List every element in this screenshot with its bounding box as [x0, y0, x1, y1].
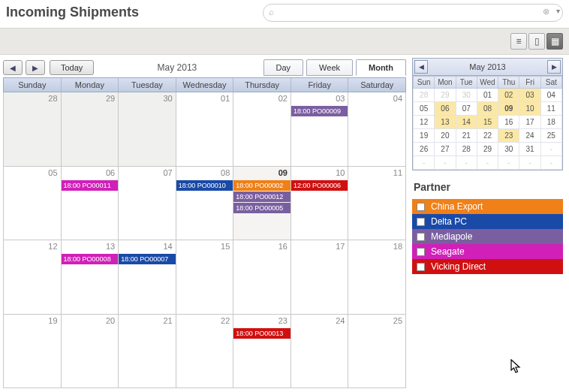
mini-prev-button[interactable]: ◀ [414, 60, 428, 74]
clear-search-icon[interactable]: ⊗ [543, 7, 549, 17]
kanban-view-button[interactable]: ▯ [528, 33, 545, 50]
prev-period-button[interactable]: ◀ [3, 60, 23, 75]
calendar-cell[interactable]: 22 [176, 315, 234, 388]
partner-checkbox[interactable] [417, 218, 425, 226]
calendar-event[interactable]: 18:00 PO00008 [62, 254, 119, 264]
calendar-cell[interactable]: 19 [4, 315, 62, 388]
mini-calendar-cell[interactable]: - [540, 143, 561, 156]
mini-calendar-cell[interactable]: 23 [498, 129, 519, 143]
calendar-event[interactable]: 18:00 PO00011 [62, 180, 119, 191]
calendar-cell[interactable]: 29 [62, 92, 119, 166]
partner-checkbox[interactable] [417, 248, 425, 256]
calendar-event[interactable]: 18:00 PO00002 [233, 180, 291, 191]
mini-next-button[interactable]: ▶ [547, 60, 561, 74]
mini-calendar-cell[interactable]: 06 [435, 102, 456, 116]
calendar-cell[interactable]: 11 [348, 167, 406, 240]
calendar-view-button[interactable]: ▦ [546, 33, 563, 50]
mini-calendar-cell[interactable]: 27 [435, 143, 456, 156]
mini-calendar-cell[interactable]: - [498, 156, 519, 170]
calendar-cell[interactable]: 0818:00 PO00010 [176, 167, 234, 240]
calendar-cell[interactable]: 18 [348, 240, 406, 314]
mini-calendar-cell[interactable]: - [435, 156, 456, 170]
mini-calendar-cell[interactable]: 03 [519, 89, 540, 102]
mini-calendar-cell[interactable]: 30 [498, 143, 519, 156]
calendar-event[interactable]: 18:00 PO00013 [233, 328, 291, 339]
calendar-cell[interactable]: 01 [176, 92, 234, 166]
calendar-event[interactable]: 18:00 PO00009 [291, 106, 348, 116]
mini-calendar-cell[interactable]: 09 [498, 102, 519, 116]
mini-calendar-cell[interactable]: 25 [540, 129, 561, 143]
partner-checkbox[interactable] [417, 203, 425, 211]
mini-calendar-cell[interactable]: 28 [414, 89, 435, 102]
mini-calendar-cell[interactable]: 16 [498, 116, 519, 129]
calendar-cell[interactable]: 1418:00 PO00007 [119, 240, 176, 314]
today-button[interactable]: Today [50, 60, 94, 75]
calendar-cell[interactable]: 20 [62, 315, 119, 388]
mini-calendar-cell[interactable]: - [456, 156, 477, 170]
calendar-event[interactable]: 18:00 PO00010 [176, 180, 233, 191]
partner-item[interactable]: Vicking Direct [412, 259, 563, 274]
calendar-cell[interactable]: 16 [233, 240, 291, 314]
mini-calendar-cell[interactable]: 26 [414, 143, 435, 156]
calendar-cell[interactable]: 0618:00 PO00011 [62, 167, 119, 240]
mini-calendar-cell[interactable]: 02 [498, 89, 519, 102]
mini-calendar-cell[interactable]: 11 [540, 102, 561, 116]
calendar-event[interactable]: 18:00 PO00012 [233, 191, 291, 202]
mini-calendar-cell[interactable]: 22 [477, 129, 498, 143]
calendar-cell[interactable]: 24 [291, 315, 349, 388]
mini-calendar-cell[interactable]: 18 [540, 116, 561, 129]
mini-calendar-cell[interactable]: 29 [477, 143, 498, 156]
calendar-cell[interactable]: 0318:00 PO00009 [291, 92, 349, 166]
calendar-event[interactable]: 18:00 PO00005 [233, 203, 291, 213]
calendar-cell[interactable]: 12 [4, 240, 62, 314]
next-period-button[interactable]: ▶ [26, 60, 45, 75]
calendar-event[interactable]: 12:00 PO00006 [291, 180, 348, 191]
mini-calendar-cell[interactable]: 30 [456, 89, 477, 102]
mini-calendar-cell[interactable]: 21 [456, 129, 477, 143]
mini-calendar-cell[interactable]: 31 [519, 143, 540, 156]
calendar-cell[interactable]: 30 [119, 92, 176, 166]
calendar-event[interactable]: 18:00 PO00007 [119, 254, 176, 264]
calendar-cell[interactable]: 1012:00 PO00006 [291, 167, 349, 240]
mini-calendar-cell[interactable]: - [540, 156, 561, 170]
mini-calendar-cell[interactable]: 01 [477, 89, 498, 102]
calendar-cell[interactable]: 07 [119, 167, 176, 240]
tab-week[interactable]: Week [306, 59, 353, 76]
calendar-cell[interactable]: 2318:00 PO00013 [233, 315, 291, 388]
mini-calendar-cell[interactable]: 12 [414, 116, 435, 129]
mini-calendar-cell[interactable]: 28 [456, 143, 477, 156]
mini-calendar-cell[interactable]: 29 [435, 89, 456, 102]
calendar-cell[interactable]: 1318:00 PO00008 [62, 240, 119, 314]
calendar-cell[interactable]: 02 [233, 92, 291, 166]
mini-calendar-cell[interactable]: 04 [540, 89, 561, 102]
mini-calendar-cell[interactable]: - [519, 156, 540, 170]
mini-calendar-cell[interactable]: 07 [456, 102, 477, 116]
tab-day[interactable]: Day [263, 59, 304, 76]
calendar-cell[interactable]: 28 [4, 92, 62, 166]
partner-item[interactable]: China Export [412, 199, 563, 214]
mini-calendar-cell[interactable]: 15 [477, 116, 498, 129]
calendar-cell[interactable]: 25 [348, 315, 406, 388]
calendar-cell[interactable]: 0918:00 PO0000218:00 PO0001218:00 PO0000… [233, 167, 291, 240]
calendar-cell[interactable]: 17 [291, 240, 349, 314]
calendar-cell[interactable]: 21 [119, 315, 176, 388]
calendar-cell[interactable]: 04 [348, 92, 406, 166]
mini-calendar-cell[interactable]: 08 [477, 102, 498, 116]
partner-item[interactable]: Seagate [412, 244, 563, 259]
partner-item[interactable]: Delta PC [412, 214, 563, 229]
mini-calendar-cell[interactable]: 14 [456, 116, 477, 129]
mini-calendar-cell[interactable]: 19 [414, 129, 435, 143]
mini-calendar-cell[interactable]: 24 [519, 129, 540, 143]
mini-calendar-cell[interactable]: 17 [519, 116, 540, 129]
mini-calendar-cell[interactable]: 13 [435, 116, 456, 129]
calendar-cell[interactable]: 15 [176, 240, 234, 314]
tab-month[interactable]: Month [356, 59, 406, 76]
partner-checkbox[interactable] [417, 263, 425, 271]
mini-calendar-cell[interactable]: 10 [519, 102, 540, 116]
calendar-cell[interactable]: 05 [4, 167, 62, 240]
partner-checkbox[interactable] [417, 233, 425, 241]
mini-calendar-cell[interactable]: 05 [414, 102, 435, 116]
search-input[interactable] [263, 4, 563, 22]
search-dropdown-icon[interactable]: ▾ [556, 7, 560, 15]
mini-calendar-cell[interactable]: 20 [435, 129, 456, 143]
